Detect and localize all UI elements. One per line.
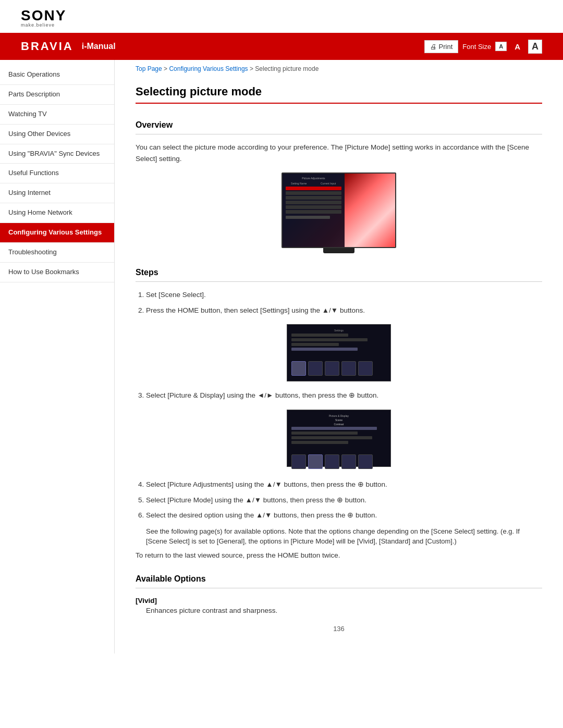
breadcrumb-sep1: > (162, 65, 169, 72)
font-size-small-button[interactable]: A (495, 42, 507, 51)
tv-ui-row-4 (286, 201, 341, 204)
steps-heading: Steps (136, 262, 542, 282)
steps-list-2: Select [Picture & Display] using the ◄/►… (146, 390, 542, 401)
s-row-3 (291, 343, 339, 346)
font-size-large-button[interactable]: A (528, 40, 542, 54)
print-label: Print (439, 43, 453, 51)
main-content: Top Page > Configuring Various Settings … (115, 60, 563, 653)
vivid-label: [Vivid] (136, 597, 542, 604)
breadcrumb-top-page[interactable]: Top Page (136, 65, 162, 72)
breadcrumb-sep2: > (248, 65, 255, 72)
step-2: Press the HOME button, then select [Sett… (146, 305, 542, 316)
s-row-2 (291, 338, 368, 341)
overview-heading: Overview (136, 114, 542, 134)
settings-icon-4 (341, 361, 356, 376)
settings-screen-2: Picture & Display Scene Contrast (287, 410, 391, 467)
settings-icon-3 (325, 361, 339, 376)
tv-ui-row-selected (286, 187, 341, 190)
step-6: Select the desired option using the ▲/▼ … (146, 510, 542, 521)
tv-ui-row-6 (286, 210, 341, 214)
tv-ui-row-2 (286, 191, 341, 195)
sidebar-item-parts-description[interactable]: Parts Description (0, 85, 114, 105)
breadcrumb: Top Page > Configuring Various Settings … (136, 60, 542, 79)
tv-screen-1: Picture Adjustments Setting Name Current… (282, 172, 396, 248)
pic-disp-row-2 (291, 436, 372, 439)
print-icon: 🖨 (430, 43, 437, 51)
tv-ui-row-5 (286, 205, 341, 209)
breadcrumb-configuring[interactable]: Configuring Various Settings (169, 65, 248, 72)
nav-bar: BRAVIA i-Manual 🖨 Print Font Size A A A (0, 33, 563, 60)
page-number: 136 (136, 625, 542, 633)
bravia-logo: BRAVIA (21, 40, 74, 53)
overview-text: You can select the picture mode accordin… (136, 142, 542, 164)
tv-ui-title-1: Picture Adjustments (286, 177, 341, 180)
steps-list: Set [Scene Select]. Press the HOME butto… (146, 289, 542, 316)
sony-logo: SONY make.believe (21, 8, 542, 28)
s-row-selected (291, 348, 358, 351)
settings-screen-1: Settings (287, 324, 391, 381)
pic-icon-1 (291, 454, 306, 469)
settings-mockup-2: Picture & Display Scene Contrast (287, 410, 391, 467)
sidebar-item-how-to-use-bookmarks[interactable]: How to Use Bookmarks (0, 263, 114, 282)
step-1: Set [Scene Select]. (146, 289, 542, 301)
sidebar-item-configuring-various-settings[interactable]: Configuring Various Settings (0, 223, 114, 243)
pic-icon-5 (358, 454, 373, 469)
settings-screen-label-2: Picture & Display (291, 414, 386, 417)
step-4: Select [Picture Adjustments] using the ▲… (146, 479, 542, 490)
settings-icon-2 (308, 361, 323, 376)
vivid-desc: Enhances picture contrast and sharpness. (146, 607, 542, 614)
sidebar-item-using-other-devices[interactable]: Using Other Devices (0, 125, 114, 144)
pic-icon-4 (341, 454, 356, 469)
sony-logo-text: SONY (21, 8, 542, 23)
screenshot-picture-mode: Picture Adjustments Setting Name Current… (136, 172, 542, 253)
print-button[interactable]: 🖨 Print (424, 40, 459, 53)
step-3: Select [Picture & Display] using the ◄/►… (146, 390, 542, 401)
settings-icon-1 (291, 361, 306, 376)
pic-disp-row-1 (291, 431, 358, 435)
settings-mockup-1: Settings (287, 324, 391, 381)
imanual-label: i-Manual (82, 42, 116, 51)
step-5: Select [Picture Mode] using the ▲/▼ butt… (146, 495, 542, 506)
tv-mockup-1: Picture Adjustments Setting Name Current… (282, 172, 396, 253)
s-row-1 (291, 334, 348, 337)
settings-icons-row (291, 361, 386, 376)
tv-image-area (345, 174, 395, 247)
sidebar-item-using-bravia-sync[interactable]: Using "BRAVIA" Sync Devices (0, 144, 114, 164)
sony-tagline: make.believe (21, 23, 542, 28)
sidebar-item-troubleshooting[interactable]: Troubleshooting (0, 243, 114, 263)
main-layout: Basic Operations Parts Description Watch… (0, 60, 563, 653)
sony-header: SONY make.believe (0, 0, 563, 33)
return-note: To return to the last viewed source, pre… (136, 550, 542, 561)
font-size-label: Font Size (462, 43, 491, 51)
nav-bar-right: 🖨 Print Font Size A A A (424, 40, 542, 54)
pic-disp-row-3 (291, 441, 348, 444)
sidebar-item-watching-tv[interactable]: Watching TV (0, 105, 114, 125)
screenshot-settings: Settings (136, 324, 542, 381)
settings-screen-label-1: Settings (291, 329, 386, 332)
tv-ui-overlay-1: Picture Adjustments Setting Name Current… (283, 174, 345, 247)
pic-disp-item2: Contrast (291, 423, 386, 426)
sidebar-item-using-internet[interactable]: Using Internet (0, 183, 114, 203)
available-options-heading: Available Options (136, 568, 542, 588)
settings-icon-5 (358, 361, 373, 376)
sidebar-item-basic-operations[interactable]: Basic Operations (0, 65, 114, 85)
font-size-medium-button[interactable]: A (511, 41, 524, 53)
pic-icon-2 (308, 454, 323, 469)
tv-ui-row-3 (286, 196, 341, 200)
pic-icon-3 (325, 454, 339, 469)
sidebar-item-using-home-network[interactable]: Using Home Network (0, 203, 114, 223)
breadcrumb-current: Selecting picture mode (255, 65, 319, 72)
steps-list-3: Select [Picture Adjustments] using the ▲… (146, 479, 542, 521)
pic-disp-selected (291, 427, 377, 430)
sidebar: Basic Operations Parts Description Watch… (0, 60, 115, 653)
pic-disp-item1: Scene (291, 418, 386, 422)
options-section: [Vivid] Enhances picture contrast and sh… (136, 597, 542, 614)
step-6-note: See the following page(s) for available … (146, 526, 542, 547)
screenshot-picture-display: Picture & Display Scene Contrast (136, 410, 542, 471)
tv-stand-1 (323, 248, 354, 253)
tv-ui-bottom-row (286, 216, 330, 219)
settings-icons-row-2 (291, 454, 386, 469)
nav-bar-left: BRAVIA i-Manual (21, 40, 116, 53)
page-title: Selecting picture mode (136, 79, 542, 104)
sidebar-item-useful-functions[interactable]: Useful Functions (0, 164, 114, 183)
